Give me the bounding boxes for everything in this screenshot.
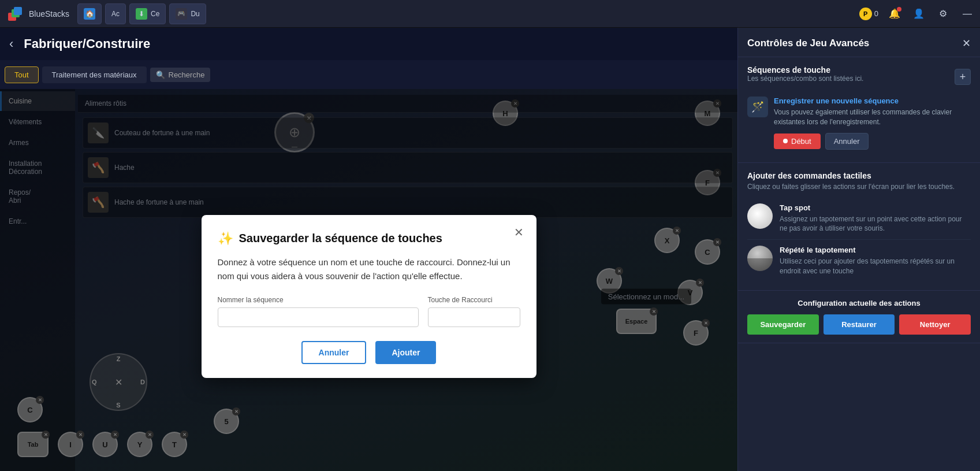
name-field-input[interactable] [218, 307, 419, 327]
restore-config-button[interactable]: Restaurer [824, 314, 895, 335]
repeat-tap-title: Répété le tapotement [780, 246, 971, 254]
cat-tab-traitement[interactable]: Traitement des matériaux [42, 66, 147, 83]
sequences-title-group: Séquences de touche Les séquences/combo … [747, 65, 863, 88]
sequences-section-header: Séquences de touche Les séquences/combo … [747, 65, 971, 88]
coin-icon: P [859, 8, 872, 20]
tap-spot-title: Tap spot [780, 203, 971, 212]
modal-cancel-button[interactable]: Annuler [301, 341, 367, 364]
tab-ce-icon: ⬇ [136, 8, 147, 20]
coin-area: P 0 [859, 8, 878, 20]
tap-spot-content: Tap spot Assignez un tapotement sur un p… [780, 203, 971, 234]
sequence-actions: Début Annuler [774, 133, 971, 150]
tab-ac[interactable]: Ac [105, 3, 126, 24]
game-topbar: ‹ Fabriquer/Construire [0, 28, 737, 60]
settings-gear-icon[interactable]: ⚙ [935, 6, 951, 22]
sequence-description: Vous pouvez également utiliser les comma… [774, 107, 971, 127]
repeat-tap-content: Répété le tapotement Utilisez ceci pour … [780, 246, 971, 276]
tab-home[interactable]: 🏠 [77, 3, 102, 24]
modal-actions: Annuler Ajouter [218, 341, 520, 364]
repeat-tap-circle [747, 246, 773, 271]
game-panel: ‹ Fabriquer/Construire Tout Traitement d… [0, 28, 737, 471]
tap-spot-description: Assignez un tapotement sur un point avec… [780, 214, 971, 234]
annuler-sequence-button[interactable]: Annuler [825, 133, 869, 150]
record-dot-icon [783, 139, 788, 143]
sequence-icon: 🪄 [747, 97, 768, 117]
modal-body-text: Donnez à votre séquence un nom et une to… [218, 255, 520, 283]
tab-home-icon: 🏠 [84, 8, 95, 20]
touch-commands-section: Ajouter des commandes tactiles Cliquez o… [738, 163, 980, 291]
modal-close-button[interactable]: ✕ [511, 224, 527, 240]
sequence-content: Enregistrer une nouvelle séquence Vous p… [774, 97, 971, 150]
back-button[interactable]: ‹ [9, 36, 13, 51]
category-tabs: Tout Traitement des matériaux 🔍 Recherch… [0, 60, 737, 89]
minimize-button[interactable]: — [959, 6, 975, 22]
tab-game1-label: Du [191, 10, 199, 18]
shortcut-field-input[interactable] [428, 307, 520, 327]
modal-add-button[interactable]: Ajouter [375, 341, 436, 364]
tap-spot-item: Tap spot Assignez un tapotement sur un p… [747, 198, 971, 240]
sequence-item: 🪄 Enregistrer une nouvelle séquence Vous… [747, 92, 971, 154]
top-bar: BlueStacks 🏠 Ac ⬇ Ce 🎮 Du P 0 🔔 👤 ⚙ — [0, 0, 980, 28]
main-area: ‹ Fabriquer/Construire Tout Traitement d… [0, 28, 980, 471]
tab-ce-label: Ce [151, 10, 159, 18]
config-section: Configuration actuelle des actions Sauve… [738, 291, 980, 343]
coin-count: 0 [874, 9, 878, 18]
game-content: Cuisine Vêtements Armes InstallationDéco… [0, 89, 737, 471]
save-config-button[interactable]: Sauvegarder [747, 314, 819, 335]
notification-bell-icon[interactable]: 🔔 [886, 6, 903, 22]
search-bar[interactable]: 🔍 Recherche [150, 68, 211, 82]
tab-ce[interactable]: ⬇ Ce [129, 3, 166, 24]
tab-game1[interactable]: 🎮 Du [169, 3, 206, 24]
sequences-title: Séquences de touche [747, 65, 863, 75]
repeat-tap-description: Utilisez ceci pour ajouter des tapotemen… [780, 257, 971, 276]
debut-label: Début [791, 137, 811, 146]
touch-commands-subtitle: Cliquez ou faites glisser les actions su… [747, 183, 971, 191]
modal-title: Sauvegarder la séquence de touches [239, 232, 442, 245]
tab-ac-label: Ac [111, 10, 120, 18]
side-panel-header: Contrôles de Jeu Avancés ✕ [738, 28, 980, 57]
game-title: Fabriquer/Construire [24, 36, 150, 51]
shortcut-field-group: Touche de Raccourci [428, 296, 520, 327]
app-name-label: BlueStacks [29, 9, 69, 18]
side-panel-close-button[interactable]: ✕ [962, 37, 971, 50]
search-icon: 🔍 [156, 71, 165, 79]
clear-config-button[interactable]: Nettoyer [899, 314, 971, 335]
config-buttons: Sauvegarder Restaurer Nettoyer [747, 314, 971, 335]
debut-button[interactable]: Début [774, 133, 821, 149]
modal-fields: Nommer la séquence Touche de Raccourci [218, 296, 520, 327]
save-sequence-modal: ✨ Sauvegarder la séquence de touches ✕ D… [202, 215, 536, 378]
wand-icon: 🪄 [751, 101, 764, 113]
tap-spot-circle [747, 203, 773, 229]
repeat-tap-item: Répété le tapotement Utilisez ceci pour … [747, 240, 971, 282]
side-panel-title: Contrôles de Jeu Avancés [747, 38, 869, 49]
touch-commands-title: Ajouter des commandes tactiles [747, 171, 971, 180]
topbar-right: P 0 🔔 👤 ⚙ — [859, 6, 975, 22]
modal-header: ✨ Sauvegarder la séquence de touches [218, 231, 520, 246]
name-field-label: Nommer la séquence [218, 296, 419, 304]
search-label: Recherche [169, 71, 205, 79]
modal-title-icon: ✨ [218, 231, 233, 246]
side-panel: Contrôles de Jeu Avancés ✕ Séquences de … [737, 28, 980, 471]
sequences-subtitle: Les séquences/combo sont listées ici. [747, 75, 863, 83]
config-title: Configuration actuelle des actions [747, 299, 971, 307]
name-field-group: Nommer la séquence [218, 296, 419, 327]
sequences-section: Séquences de touche Les séquences/combo … [738, 57, 980, 163]
sequence-link[interactable]: Enregistrer une nouvelle séquence [774, 97, 971, 105]
svg-rect-2 [14, 7, 22, 15]
tab-game1-icon: 🎮 [176, 8, 187, 20]
app-logo [5, 3, 25, 24]
cat-tab-tout[interactable]: Tout [5, 66, 39, 83]
modal-overlay: ✨ Sauvegarder la séquence de touches ✕ D… [0, 89, 737, 471]
shortcut-field-label: Touche de Raccourci [428, 296, 520, 304]
add-sequence-button[interactable]: + [955, 69, 971, 85]
avatar-icon[interactable]: 👤 [911, 6, 927, 22]
